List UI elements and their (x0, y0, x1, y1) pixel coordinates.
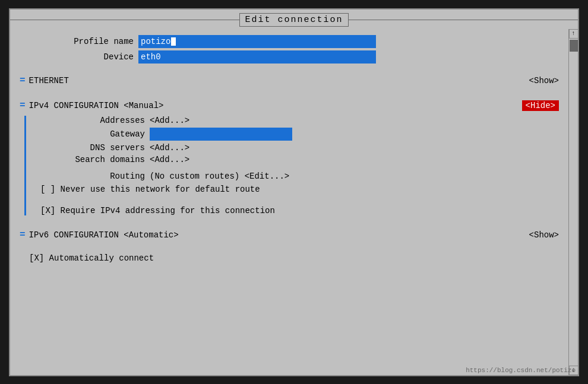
watermark: https://blog.csdn.net/potizo (466, 367, 576, 374)
addresses-row: Addresses <Add...> (31, 116, 559, 125)
ipv6-show-btn[interactable]: <Show> (529, 230, 559, 240)
require-ipv4-text: [X] Require IPv4 addressing for this con… (40, 206, 275, 215)
terminal-window: Edit connection Profile name potizo Devi… (9, 8, 579, 376)
ipv4-section-header: = IPv4 CONFIGURATION <Manual> <Hide> (20, 100, 559, 111)
never-use-route-row[interactable]: [ ] Never use this network for default r… (31, 185, 559, 194)
window-title: Edit connection (239, 13, 348, 27)
auto-connect-text: [X] Automatically connect (29, 253, 154, 263)
profile-name-label: Profile name (20, 37, 138, 46)
device-label: Device (20, 52, 138, 62)
scrollbar[interactable]: ↑ ↓ (568, 29, 578, 375)
content-area: Profile name potizo Device eth0 = ETHERN… (10, 29, 578, 375)
ipv4-equals: = (20, 100, 26, 111)
title-line-right (349, 20, 578, 20)
title-bar: Edit connection (10, 9, 578, 29)
routing-value[interactable]: (No custom routes) <Edit...> (150, 172, 289, 181)
profile-name-input[interactable]: potizo (138, 35, 376, 48)
cursor (171, 37, 176, 46)
device-value: eth0 (141, 52, 161, 62)
ipv4-mode[interactable]: <Manual> (124, 101, 163, 110)
ipv6-section-header: = IPv6 CONFIGURATION <Automatic> <Show> (20, 230, 559, 240)
ethernet-equals: = (20, 75, 26, 86)
ipv4-section-content: Addresses <Add...> Gateway DNS servers <… (24, 116, 559, 215)
dns-value[interactable]: <Add...> (150, 143, 189, 153)
ipv4-hide-btn[interactable]: <Hide> (522, 100, 559, 111)
ethernet-label: ETHERNET (29, 76, 69, 85)
main-content: Profile name potizo Device eth0 = ETHERN… (10, 29, 568, 375)
addresses-label: Addresses (31, 116, 150, 125)
ipv4-label: IPv4 CONFIGURATION (29, 101, 119, 110)
routing-row: Routing (No custom routes) <Edit...> (31, 172, 559, 181)
routing-label: Routing (31, 172, 150, 181)
require-ipv4-row[interactable]: [X] Require IPv4 addressing for this con… (31, 206, 559, 215)
search-row: Search domains <Add...> (31, 155, 559, 164)
gateway-label: Gateway (31, 129, 150, 139)
device-input[interactable]: eth0 (138, 50, 376, 64)
gateway-input[interactable] (150, 128, 292, 141)
auto-connect-row[interactable]: [X] Automatically connect (20, 253, 559, 263)
ipv6-label: IPv6 CONFIGURATION (29, 230, 119, 240)
search-value[interactable]: <Add...> (150, 155, 189, 164)
dns-row: DNS servers <Add...> (31, 143, 559, 153)
never-use-route-text: [ ] Never use this network for default r… (40, 185, 260, 194)
title-line-left (10, 20, 239, 20)
ipv6-mode[interactable]: <Automatic> (124, 230, 178, 240)
dns-label: DNS servers (31, 143, 150, 153)
scroll-up-arrow[interactable]: ↑ (569, 29, 578, 39)
scroll-thumb[interactable] (570, 40, 578, 52)
ethernet-section-header: = ETHERNET <Show> (20, 75, 559, 86)
profile-name-row: Profile name potizo (20, 35, 559, 48)
ipv6-equals: = (20, 230, 26, 240)
scroll-track (570, 39, 578, 366)
profile-name-value: potizo (141, 37, 170, 46)
device-row: Device eth0 (20, 50, 559, 64)
addresses-value[interactable]: <Add...> (150, 116, 189, 125)
search-label: Search domains (31, 155, 150, 164)
ethernet-show-btn[interactable]: <Show> (529, 76, 559, 85)
gateway-row: Gateway (31, 128, 559, 141)
